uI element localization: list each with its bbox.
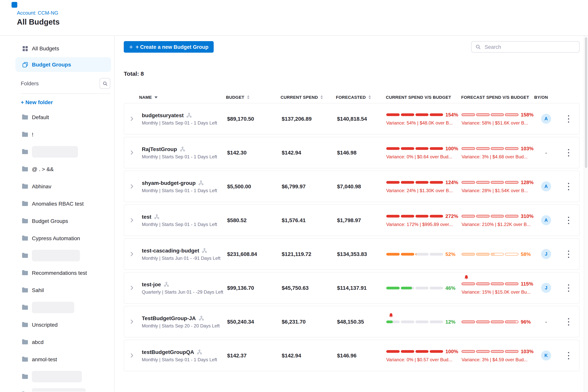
sort-updown-icon[interactable] [321,95,323,99]
sidebar-item-all-budgets[interactable]: All Budgets [15,41,111,56]
folder-item[interactable]: Sahil [15,281,111,298]
row-menu-button[interactable] [564,214,574,226]
forecast-vs-budget-cell: 96% [462,319,534,324]
sort-updown-icon[interactable] [368,95,371,99]
folder-item[interactable]: Unscripted [15,316,111,333]
budget-group-row[interactable]: test-joeQuarterly | Starts Jun 01 - -29 … [124,272,580,304]
folder-item[interactable]: anmol-test [15,350,111,368]
folder-item[interactable]: Default [15,108,111,126]
search-input[interactable] [484,44,575,50]
budget-group-name: shyam-budget-group [142,180,196,186]
row-expander[interactable] [124,285,140,290]
grid-icon [22,46,28,51]
folder-item[interactable]: @ . > && [15,160,111,178]
progress-segment [476,350,490,353]
column-header-forecasted[interactable]: FORECASTED [336,95,386,100]
name-cell: RajTestGroupMonthly | Starts Sep 01 - 1 … [140,146,226,159]
toolbar: + + Create a new Budget Group [124,41,580,53]
progress-segment [476,215,490,218]
name-cell: TestBudgetGroup-JAMonthly | Starts Sep 2… [140,315,226,328]
row-menu-button[interactable] [564,248,574,260]
row-expander[interactable] [124,353,140,358]
progress-segment [430,215,443,218]
row-expander[interactable] [124,251,140,257]
folder-item[interactable] [15,298,111,316]
spend-bar-row: 115% [462,281,534,287]
row-menu-button[interactable] [564,113,574,124]
progress-fill [462,253,475,255]
progress-segment [505,215,519,218]
new-folder-button[interactable]: + New folder [21,99,111,105]
folder-item[interactable]: Anomalies RBAC test [15,195,111,212]
column-header-budget[interactable]: BUDGET [226,95,280,100]
sidebar-item-budget-groups[interactable]: Budget Groups [15,57,111,72]
row-expander[interactable] [124,150,140,155]
row-menu-button[interactable] [564,316,574,328]
budget-group-row[interactable]: budgetsuryatestMonthly | Starts Sep 01 -… [124,103,580,134]
progress-bar [462,320,518,323]
variance-text: Variance: 15% | $15.0K over Bu... [462,290,534,295]
budget-group-row[interactable]: testBudgetGroupQAMonthly | Starts Sep 01… [124,340,580,371]
folder-item[interactable]: Cypress Automation [15,230,111,247]
hierarchy-icon [164,282,169,287]
budget-group-row[interactable]: shyam-budget-groupMonthly | Starts Sep 0… [124,171,580,202]
folder-label: Default [32,114,49,120]
by-on-dash: - [545,150,547,156]
budget-value: $580.52 [226,217,281,223]
sort-updown-icon[interactable] [247,95,249,99]
account-breadcrumb[interactable]: Account: CCM-NG [17,10,58,16]
row-expander[interactable] [124,218,140,223]
budget-group-name: testBudgetGroupQA [142,349,194,355]
progress-segment [415,215,429,218]
row-menu-button[interactable] [564,282,574,294]
forecast-vs-budget-cell: 310%Variance: 210% | $1.22K over B... [462,213,534,227]
row-expander[interactable] [124,116,140,122]
row-expander[interactable] [124,319,140,324]
avatar: A [541,215,551,225]
progress-segment [430,286,443,289]
column-header-name[interactable]: NAME [139,95,226,100]
folder-item[interactable] [15,143,111,160]
progress-percent: 52% [446,251,456,257]
avatar: J [541,249,551,259]
progress-segment [462,282,475,285]
row-expander[interactable] [124,184,140,189]
progress-fill [462,148,475,150]
scrollbar-thumb[interactable] [585,37,587,168]
progress-fill [462,182,475,183]
budget-group-row[interactable]: TestBudgetGroup-JAMonthly | Starts Sep 2… [124,306,580,338]
folder-list: Default!@ . > &&AbhinavAnomalies RBAC te… [15,108,111,392]
folder-item[interactable] [15,368,111,385]
spend-bar-row: 128% [462,180,534,185]
progress-bar [386,147,443,150]
folder-icon [22,391,28,392]
folder-item[interactable]: Abhinav [15,178,111,195]
folder-item[interactable]: Budget Groups [15,212,111,230]
folder-item[interactable]: abcd [15,333,111,350]
budget-group-row[interactable]: RajTestGroupMonthly | Starts Sep 01 - 1 … [124,137,580,168]
budget-group-row[interactable]: test-cascading-budgetMonthly | Starts Ju… [124,238,580,270]
row-menu-button[interactable] [564,147,574,158]
folder-item[interactable] [15,247,111,264]
column-header-current-spend[interactable]: CURRENT SPEND [280,95,336,100]
sort-caret-icon[interactable] [154,96,158,98]
budget-group-name: budgetsuryatest [142,112,184,118]
progress-fill [401,286,412,289]
progress-fill [415,350,429,353]
avatar: J [541,283,551,293]
current-vs-budget-cell: 100%Variance: 0% | $0.64 over Bud... [386,146,462,160]
folder-search-button[interactable] [100,78,110,89]
progress-segment [401,113,414,116]
folders-header: Folders [21,78,110,94]
folder-item[interactable] [15,385,111,392]
row-menu-button[interactable] [564,181,574,192]
folder-item[interactable]: Recommendations test [15,264,111,281]
folder-item[interactable]: ! [15,126,111,143]
create-budget-group-button[interactable]: + + Create a new Budget Group [124,41,214,53]
name-line: TestBudgetGroup-JA [142,315,226,321]
progress-segment [462,350,475,353]
name-cell: test-joeQuarterly | Starts Jun 01 - -29 … [140,281,226,294]
budget-group-row[interactable]: testMonthly | Starts Sep 01 - 1 Days Lef… [124,204,580,236]
row-menu-button[interactable] [564,350,574,361]
folder-label: Recommendations test [32,270,87,276]
